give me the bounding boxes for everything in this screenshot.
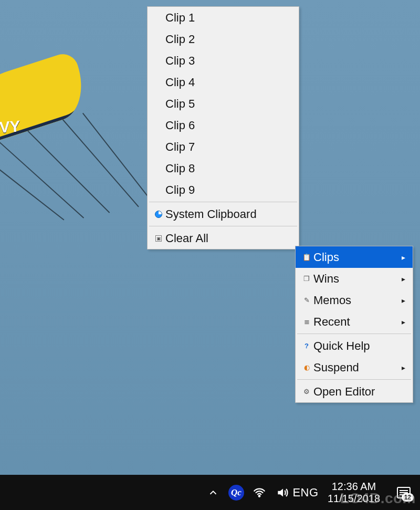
tray-overflow-button[interactable]	[202, 475, 225, 510]
menu-item-suspend[interactable]: ◐ Suspend ▸	[296, 357, 413, 378]
language-label: ENG	[292, 486, 318, 499]
clip-item-label: Clip 8	[165, 162, 291, 175]
menu-separator	[297, 334, 411, 334]
clip-item-label: Clip 7	[165, 140, 291, 154]
menu-separator	[149, 202, 297, 202]
system-clipboard-item[interactable]: System Clipboard	[148, 203, 299, 225]
help-icon: ?	[300, 342, 313, 350]
volume-tray-icon[interactable]	[271, 475, 294, 510]
windows-icon: ❐	[300, 275, 313, 283]
svg-marker-1	[278, 488, 283, 496]
wallpaper-parachute: NAVY	[0, 34, 99, 156]
menu-item-memos[interactable]: ✎ Memos ▸	[296, 289, 413, 311]
clear-icon: ▣	[152, 235, 165, 242]
submenu-arrow-icon: ▸	[398, 363, 405, 372]
clip-item-label: Clip 6	[165, 119, 291, 132]
menu-separator	[297, 379, 411, 380]
menu-item-label: Open Editor	[313, 385, 405, 399]
menu-item-label: Wins	[313, 272, 398, 286]
tray-context-menu: Clips ▸ ❐ Wins ▸ ✎ Memos ▸ ≣ Recent ▸ ? …	[295, 246, 413, 403]
submenu-arrow-icon: ▸	[398, 296, 405, 305]
memos-icon: ✎	[300, 296, 313, 304]
menu-item-quick-help[interactable]: ? Quick Help	[296, 335, 413, 357]
clip-item-6[interactable]: Clip 6	[148, 115, 299, 136]
clock-date: 11/15/2018	[328, 493, 380, 505]
action-center-button[interactable]: 12	[391, 475, 417, 510]
clip-item-label: Clip 9	[165, 183, 291, 197]
menu-separator	[149, 226, 297, 226]
clip-item-8[interactable]: Clip 8	[148, 158, 299, 179]
qc-icon: Qc	[228, 485, 244, 501]
clip-item-7[interactable]: Clip 7	[148, 136, 299, 158]
clipboard-icon	[300, 253, 313, 261]
clear-all-label: Clear All	[165, 232, 291, 245]
notification-badge: 12	[402, 493, 414, 502]
menu-item-recent[interactable]: ≣ Recent ▸	[296, 311, 413, 332]
menu-item-wins[interactable]: ❐ Wins ▸	[296, 268, 413, 289]
clip-item-label: Clip 4	[165, 76, 291, 89]
clip-item-4[interactable]: Clip 4	[148, 71, 299, 93]
suspend-icon: ◐	[300, 363, 313, 371]
menu-item-label: Suspend	[313, 361, 398, 374]
clip-item-1[interactable]: Clip 1	[148, 7, 299, 28]
svg-point-0	[259, 495, 260, 497]
clip-item-label: Clip 1	[165, 11, 291, 25]
clock-time: 12:36 AM	[332, 481, 376, 493]
clear-all-item[interactable]: ▣ Clear All	[148, 227, 299, 249]
menu-item-open-editor[interactable]: ⚙ Open Editor	[296, 381, 413, 402]
language-indicator[interactable]: ENG	[294, 475, 317, 510]
menu-item-label: Quick Help	[313, 339, 405, 353]
recent-icon: ≣	[300, 318, 313, 326]
clip-item-label: Clip 5	[165, 97, 291, 111]
gear-icon: ⚙	[300, 388, 313, 395]
clip-item-label: Clip 2	[165, 33, 291, 46]
system-clipboard-label: System Clipboard	[165, 207, 291, 221]
clip-item-3[interactable]: Clip 3	[148, 50, 299, 71]
notifications-icon: 12	[397, 487, 411, 498]
menu-item-label: Clips	[313, 251, 398, 264]
system-tray: Qc ENG 12:36 AM 11/15/2018 12	[202, 475, 420, 510]
pie-chart-icon	[152, 211, 165, 218]
submenu-arrow-icon: ▸	[398, 275, 405, 283]
clips-submenu: Clip 1 Clip 2 Clip 3 Clip 4 Clip 5 Clip …	[147, 6, 299, 249]
wifi-tray-icon[interactable]	[248, 475, 271, 510]
menu-item-label: Recent	[313, 315, 398, 329]
clip-item-label: Clip 3	[165, 54, 291, 68]
taskbar: Qc ENG 12:36 AM 11/15/2018 12	[0, 475, 420, 510]
menu-item-clips[interactable]: Clips ▸	[296, 246, 413, 268]
taskbar-clock[interactable]: 12:36 AM 11/15/2018	[317, 475, 391, 510]
submenu-arrow-icon: ▸	[398, 253, 405, 262]
clip-item-2[interactable]: Clip 2	[148, 28, 299, 50]
submenu-arrow-icon: ▸	[398, 318, 405, 326]
clip-item-9[interactable]: Clip 9	[148, 179, 299, 201]
menu-item-label: Memos	[313, 294, 398, 307]
qc-tray-icon[interactable]: Qc	[225, 475, 248, 510]
clip-item-5[interactable]: Clip 5	[148, 93, 299, 115]
